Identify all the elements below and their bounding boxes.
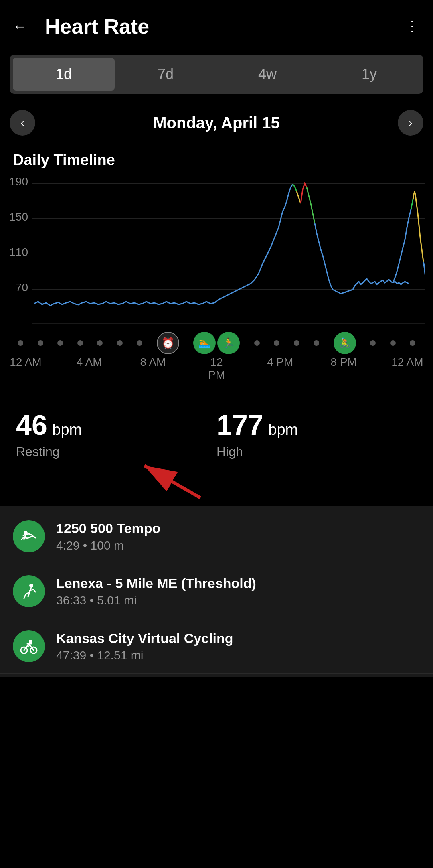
timeline-dot [18,340,23,346]
bike-activity-info: Kansas City Virtual Cycling 47:39 • 12.5… [56,631,420,662]
timeline-dot [410,340,415,346]
x-label-12am-end: 12 AM [391,356,423,381]
activity-item-bike[interactable]: Kansas City Virtual Cycling 47:39 • 12.5… [0,619,433,674]
swim-activity-info: 1250 500 Tempo 4:29 • 100 m [56,521,420,552]
x-label-4am: 4 AM [73,356,105,381]
next-date-button[interactable]: › [398,110,423,136]
current-date: Monday, April 15 [153,114,280,132]
svg-text:110: 110 [9,246,28,258]
high-value: 177 [216,410,263,441]
x-label-12am: 12 AM [10,356,42,381]
svg-text:190: 190 [9,175,28,188]
high-unit: bpm [268,421,298,438]
resting-stat: 46 bpm Resting [16,409,216,459]
chevron-left-icon: ‹ [20,116,24,129]
run-activity-name: Lenexa - 5 Mile ME (Threshold) [56,576,420,591]
x-label-12pm: 12 PM [200,356,233,381]
svg-text:150: 150 [9,211,28,223]
tab-1d[interactable]: 1d [13,58,115,91]
timeline-dot [117,340,123,346]
app-header: ← Heart Rate ⋮ [0,0,433,48]
run-icon-svg [20,582,38,600]
timeline-dot [254,340,260,346]
high-label: High [216,444,417,459]
timeline-dot [294,340,299,346]
swim-icon-svg [20,527,38,545]
run-activity-icon [13,575,45,607]
timeline-dot [77,340,83,346]
timeline-dot [390,340,396,346]
tab-1y[interactable]: 1y [318,58,420,91]
period-tabs: 1d 7d 4w 1y [10,55,423,94]
swim-activity-meta: 4:29 • 100 m [56,539,420,552]
x-label-8pm: 8 PM [328,356,360,381]
resting-unit: bpm [52,421,82,438]
bike-icon-svg [20,637,38,655]
timeline-dot [137,340,142,346]
x-label-4pm: 4 PM [264,356,296,381]
prev-date-button[interactable]: ‹ [10,110,35,136]
high-stat: 177 bpm High [216,409,417,459]
bike-activity-icon [13,630,45,662]
timeline-dot [314,340,319,346]
page-title: Heart Rate [37,14,405,39]
bike-activity-meta: 47:39 • 12.51 mi [56,649,420,662]
activity-item-run[interactable]: Lenexa - 5 Mile ME (Threshold) 36:33 • 5… [0,564,433,619]
heart-rate-chart: 190 150 110 70 [0,175,433,336]
svg-text:70: 70 [16,281,28,294]
activities-list: 1250 500 Tempo 4:29 • 100 m Lenexa - 5 M… [0,506,433,677]
x-axis-labels: 12 AM 4 AM 8 AM 12 PM 4 PM 8 PM 12 AM [0,354,433,388]
activity-item-swim[interactable]: 1250 500 Tempo 4:29 • 100 m [0,509,433,564]
run-activity-info: Lenexa - 5 Mile ME (Threshold) 36:33 • 5… [56,576,420,607]
chart-divider [0,391,433,391]
red-arrow-svg [120,458,208,506]
arrow-indicator [0,458,433,498]
timeline-dot [370,340,376,346]
swim-activity-name: 1250 500 Tempo [56,521,420,536]
timeline-dot [38,340,43,346]
bike-activity-name: Kansas City Virtual Cycling [56,631,420,646]
timeline-dot [97,340,103,346]
svg-line-10 [144,466,200,498]
chart-section-title: Daily Timeline [0,145,433,172]
back-button[interactable]: ← [13,18,37,35]
menu-button[interactable]: ⋮ [405,18,420,35]
timeline-dot [274,340,279,346]
chart-svg: 190 150 110 70 [8,175,425,336]
svg-point-12 [29,584,33,588]
run-activity-meta: 36:33 • 5.01 mi [56,594,420,607]
timeline-dot [57,340,63,346]
tab-7d[interactable]: 7d [115,58,216,91]
swim-activity-icon [13,520,45,552]
resting-value: 46 [16,410,47,441]
x-label-8am: 8 AM [137,356,169,381]
date-navigation: ‹ Monday, April 15 › [0,103,433,145]
tab-4w[interactable]: 4w [216,58,318,91]
chevron-right-icon: › [409,116,412,129]
resting-label: Resting [16,444,216,459]
